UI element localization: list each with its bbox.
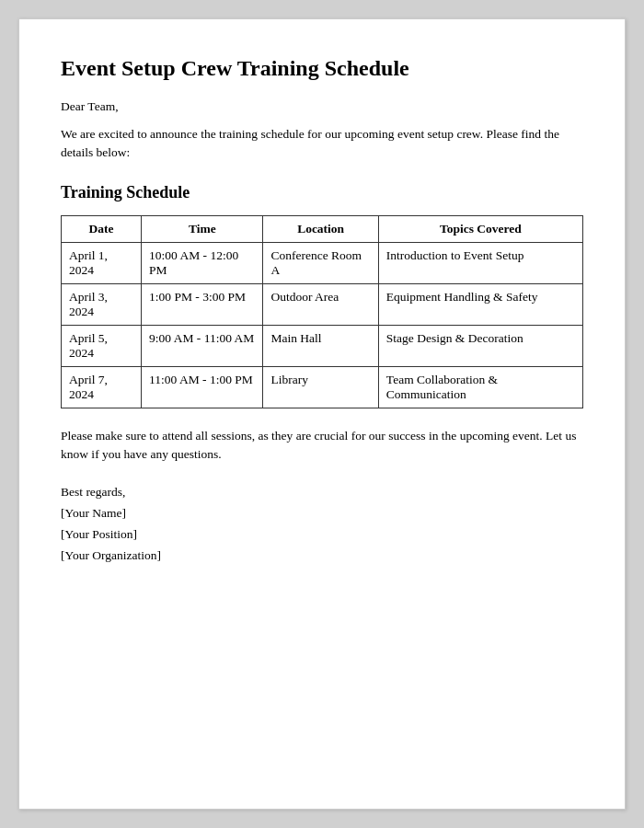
col-header-time: Time xyxy=(142,215,263,242)
cell-location-3: Library xyxy=(263,366,378,408)
signature-organization: [Your Organization] xyxy=(61,546,583,567)
schedule-table: Date Time Location Topics Covered April … xyxy=(61,215,583,408)
cell-time-0: 10:00 AM - 12:00 PM xyxy=(142,242,263,283)
cell-topics-2: Stage Design & Decoration xyxy=(378,325,582,366)
cell-location-0: Conference Room A xyxy=(263,242,378,283)
signature-block: Best regards, [Your Name] [Your Position… xyxy=(61,482,583,567)
cell-topics-3: Team Collaboration & Communication xyxy=(378,366,582,408)
table-row: April 7, 202411:00 AM - 1:00 PMLibraryTe… xyxy=(62,366,583,408)
cell-time-3: 11:00 AM - 1:00 PM xyxy=(142,366,263,408)
cell-date-0: April 1, 2024 xyxy=(62,242,142,283)
document-title: Event Setup Crew Training Schedule xyxy=(61,56,583,81)
table-row: April 1, 202410:00 AM - 12:00 PMConferen… xyxy=(62,242,583,283)
cell-time-1: 1:00 PM - 3:00 PM xyxy=(142,283,263,325)
greeting-text: Dear Team, xyxy=(61,99,583,114)
cell-topics-1: Equipment Handling & Safety xyxy=(378,283,582,325)
signature-closing: Best regards, xyxy=(61,482,583,503)
col-header-topics: Topics Covered xyxy=(378,215,582,242)
footer-text: Please make sure to attend all sessions,… xyxy=(61,427,583,465)
cell-date-2: April 5, 2024 xyxy=(62,325,142,366)
signature-position: [Your Position] xyxy=(61,524,583,546)
cell-topics-0: Introduction to Event Setup xyxy=(378,242,582,283)
col-header-location: Location xyxy=(263,215,378,242)
intro-text: We are excited to announce the training … xyxy=(61,125,583,163)
table-header-row: Date Time Location Topics Covered xyxy=(62,215,583,242)
cell-date-3: April 7, 2024 xyxy=(62,366,142,408)
cell-date-1: April 3, 2024 xyxy=(62,283,142,325)
col-header-date: Date xyxy=(62,215,142,242)
table-row: April 5, 20249:00 AM - 11:00 AMMain Hall… xyxy=(62,325,583,366)
signature-name: [Your Name] xyxy=(61,503,583,524)
cell-location-1: Outdoor Area xyxy=(263,283,378,325)
section-title: Training Schedule xyxy=(61,183,583,202)
cell-location-2: Main Hall xyxy=(263,325,378,366)
document: Event Setup Crew Training Schedule Dear … xyxy=(18,18,626,810)
table-row: April 3, 20241:00 PM - 3:00 PMOutdoor Ar… xyxy=(62,283,583,325)
cell-time-2: 9:00 AM - 11:00 AM xyxy=(142,325,263,366)
